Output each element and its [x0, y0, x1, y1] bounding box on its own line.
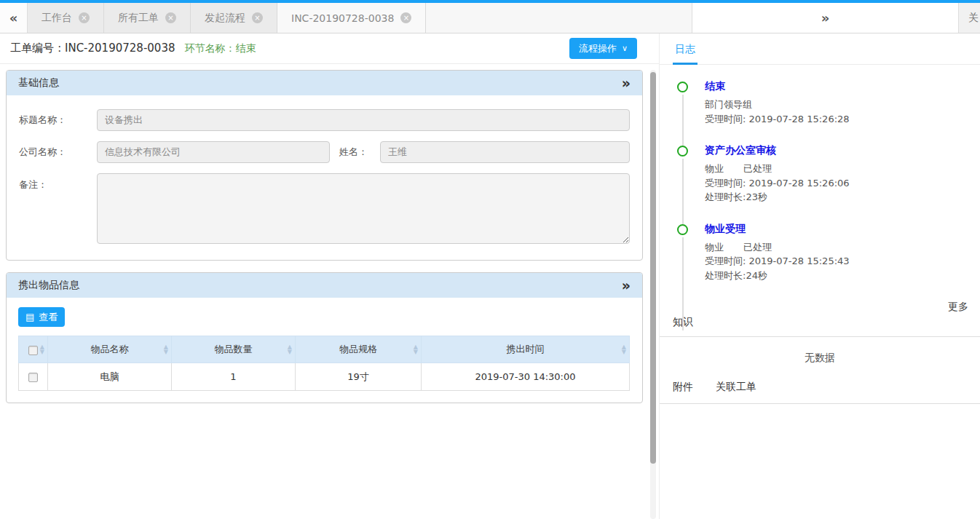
timeline-connector [682, 95, 684, 148]
process-log-timeline: 结束 部门领导组 受理时间: 2019-07-28 15:26:28 资产办公室… [677, 80, 970, 282]
column-header-carry-time: 携出时间 ▲▼ [422, 336, 630, 363]
sort-icon[interactable]: ▲▼ [40, 344, 44, 354]
log-entry-duration: 处理时长:23秒 [705, 190, 970, 205]
tab-label: 关 [968, 12, 979, 25]
sort-icon[interactable]: ▲▼ [164, 344, 168, 354]
timeline-node-icon [677, 224, 688, 235]
timeline-node-icon [677, 146, 688, 157]
close-icon[interactable]: × [252, 12, 263, 23]
view-button[interactable]: ▤ 查看 [18, 307, 65, 327]
close-icon[interactable]: × [400, 12, 411, 23]
title-field-label: 标题名称： [7, 114, 97, 127]
order-number-label: 工单编号：INC-20190728-0038 [10, 41, 175, 55]
knowledge-section-title: 知识 [660, 314, 980, 337]
cell-item-spec: 19寸 [296, 363, 422, 391]
log-entry: 资产办公室审核 物业已处理 受理时间: 2019-07-28 15:26:06 … [677, 144, 970, 205]
tab-label: 所有工单 [118, 12, 159, 25]
tab-label: INC-20190728-0038 [291, 12, 394, 24]
remark-field-label: 备注： [7, 173, 97, 191]
column-header-item-qty: 物品数量 ▲▼ [172, 336, 296, 363]
scroll-tabs-right-button[interactable]: » [692, 3, 958, 33]
basic-info-form: 标题名称： 公司名称： 姓名： 备注： [7, 95, 642, 260]
name-field-input[interactable] [380, 141, 630, 163]
select-all-header-cell: ▲▼ [19, 336, 48, 363]
scroll-tabs-left-button[interactable]: « [0, 3, 28, 33]
main-scrollbar-thumb[interactable] [650, 72, 656, 464]
log-entry-group: 部门领导组 [705, 98, 970, 112]
log-entry-group: 物业已处理 [705, 162, 970, 176]
name-field-label: 姓名： [330, 146, 380, 159]
log-entry-duration: 处理时长:24秒 [705, 269, 970, 283]
select-all-checkbox[interactable] [28, 346, 38, 355]
tab-label: 工作台 [42, 12, 72, 25]
timeline-connector [682, 237, 684, 331]
items-table-header-row: ▲▼ 物品名称 ▲▼ 物品数量 ▲▼ 物品规格 ▲▼ [19, 336, 630, 363]
tabbar-spacer [426, 3, 692, 33]
tab-workbench[interactable]: 工作台 × [28, 3, 104, 33]
knowledge-empty-text: 无数据 [660, 337, 980, 381]
log-entry-accept-time: 受理时间: 2019-07-28 15:26:06 [705, 176, 970, 191]
close-icon[interactable]: × [165, 12, 176, 23]
row-checkbox[interactable] [28, 373, 38, 382]
double-chevron-left-icon: « [9, 10, 18, 25]
tab-all-orders[interactable]: 所有工单 × [104, 3, 191, 33]
basic-info-card: 基础信息 » 标题名称： 公司名称： 姓名： 备注： [6, 70, 643, 261]
sort-icon[interactable]: ▲▼ [288, 344, 292, 354]
sort-icon[interactable]: ▲▼ [414, 344, 418, 354]
tab-log[interactable]: 日志 [673, 36, 698, 65]
timeline-connector [682, 159, 684, 226]
order-detail-panel: 工单编号：INC-20190728-0038 环节名称：结束 流程操作 ∨ 基础… [0, 33, 659, 519]
collapse-section-icon[interactable]: » [622, 279, 631, 293]
tab-related-orders[interactable]: 关联工单 [716, 381, 756, 394]
company-field-input[interactable] [97, 141, 330, 163]
log-entry: 物业受理 物业已处理 受理时间: 2019-07-28 15:25:43 处理时… [677, 223, 970, 283]
log-entry-accept-time: 受理时间: 2019-07-28 15:26:28 [705, 112, 970, 127]
section-title: 基础信息 [18, 76, 59, 90]
main-scrollbar-track[interactable] [650, 70, 656, 519]
list-view-icon: ▤ [25, 312, 34, 322]
sort-icon[interactable]: ▲▼ [622, 344, 626, 354]
stage-name-label: 环节名称：结束 [184, 42, 256, 55]
log-side-panel: 日志 结束 部门领导组 受理时间: 2019-07-28 15:26:28 资产… [659, 33, 980, 519]
log-entry: 结束 部门领导组 受理时间: 2019-07-28 15:26:28 [677, 80, 970, 126]
log-entry-title[interactable]: 资产办公室审核 [705, 144, 970, 157]
tab-bar: « 工作台 × 所有工单 × 发起流程 × INC-20190728-0038 … [0, 3, 980, 33]
title-field-input[interactable] [97, 109, 630, 131]
section-title: 携出物品信息 [18, 279, 79, 292]
company-field-label: 公司名称： [7, 146, 97, 159]
row-select-cell [19, 363, 48, 391]
tab-label: 发起流程 [205, 12, 245, 25]
column-header-item-name: 物品名称 ▲▼ [48, 336, 172, 363]
tab-attachments[interactable]: 附件 [673, 381, 693, 394]
cell-item-qty: 1 [172, 363, 296, 391]
close-icon[interactable]: × [79, 12, 90, 23]
cell-carry-time: 2019-07-30 14:30:00 [422, 363, 630, 391]
basic-info-card-header: 基础信息 » [7, 71, 642, 95]
log-entry-accept-time: 受理时间: 2019-07-28 15:25:43 [705, 254, 970, 269]
collapse-section-icon[interactable]: » [622, 76, 631, 90]
log-tab-row: 日志 [660, 33, 980, 65]
log-entry-title[interactable]: 结束 [705, 80, 970, 93]
log-entry-title[interactable]: 物业受理 [705, 223, 970, 236]
log-entry-group: 物业已处理 [705, 240, 970, 255]
carried-items-card-header: 携出物品信息 » [7, 273, 642, 298]
timeline-node-icon [677, 82, 688, 92]
carried-items-card: 携出物品信息 » ▤ 查看 ▲▼ 物品名称 ▲ [6, 272, 643, 403]
cell-item-name: 电脑 [48, 363, 172, 391]
table-row: 电脑 1 19寸 2019-07-30 14:30:00 [19, 363, 630, 391]
remark-textarea[interactable] [97, 173, 630, 244]
tab-partial-clipped[interactable]: 关 [958, 3, 980, 33]
attachment-tabs: 附件 关联工单 [660, 381, 980, 404]
chevron-down-icon: ∨ [622, 44, 628, 53]
column-header-item-spec: 物品规格 ▲▼ [296, 336, 422, 363]
process-action-button[interactable]: 流程操作 ∨ [569, 38, 637, 59]
tab-current-order[interactable]: INC-20190728-0038 × [277, 3, 426, 33]
items-table: ▲▼ 物品名称 ▲▼ 物品数量 ▲▼ 物品规格 ▲▼ [18, 336, 630, 391]
more-link[interactable]: 更多 [660, 301, 980, 314]
order-header: 工单编号：INC-20190728-0038 环节名称：结束 流程操作 ∨ [0, 33, 659, 64]
double-chevron-right-icon: » [821, 10, 830, 25]
tab-start-process[interactable]: 发起流程 × [191, 3, 277, 33]
